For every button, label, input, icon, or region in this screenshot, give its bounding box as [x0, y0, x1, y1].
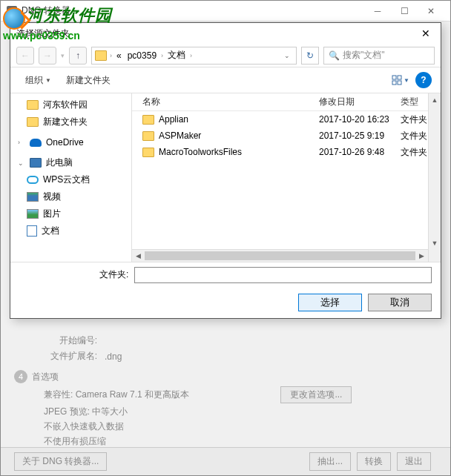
- folder-icon: [95, 50, 107, 61]
- tree-item-thispc[interactable]: ⌄此电脑: [10, 154, 131, 171]
- file-date: 2017-10-25 9:19: [319, 130, 401, 141]
- folder-icon: [142, 148, 154, 157]
- svg-rect-3: [398, 81, 401, 85]
- extract-button[interactable]: 抽出...: [309, 452, 351, 471]
- nav-tree: 河东软件园 新建文件夹 ›OneDrive ⌄此电脑 WPS云文档 视频 图片 …: [10, 93, 132, 262]
- file-date: 2017-10-20 16:23: [319, 114, 401, 125]
- scroll-right-icon[interactable]: ▶: [415, 250, 428, 262]
- dialog-buttons: 选择 取消: [10, 287, 441, 318]
- tree-item-onedrive[interactable]: ›OneDrive: [10, 135, 131, 150]
- select-button[interactable]: 选择: [298, 294, 362, 311]
- svg-rect-2: [392, 81, 396, 85]
- preferences-heading: 首选项: [32, 371, 59, 383]
- search-icon: 🔍: [329, 50, 340, 61]
- expand-icon[interactable]: ›: [18, 139, 25, 146]
- video-icon: [27, 192, 39, 202]
- tree-label: OneDrive: [46, 137, 84, 148]
- tree-item[interactable]: 图片: [10, 205, 131, 222]
- chevron-down-icon: ▼: [45, 77, 51, 84]
- breadcrumb-item[interactable]: 文档: [166, 49, 187, 62]
- ext-label: 文件扩展名:: [38, 350, 105, 363]
- scroll-down-icon[interactable]: ▼: [429, 237, 441, 249]
- breadcrumb[interactable]: › « pc0359 › 文档 › ⌄: [91, 47, 297, 65]
- file-list: 名称 修改日期 类型 Applian 2017-10-20 16:23 文件夹 …: [132, 93, 441, 262]
- pc-icon: [30, 158, 42, 168]
- up-button[interactable]: ↑: [69, 47, 87, 65]
- maximize-button[interactable]: ☐: [391, 2, 418, 20]
- list-item[interactable]: ASPMaker 2017-10-25 9:19 文件夹: [132, 128, 441, 144]
- pref-line: 不使用有损压缩: [44, 435, 435, 448]
- chevron-right-icon: ›: [161, 52, 163, 59]
- folder-name-input[interactable]: [134, 267, 432, 283]
- compat-value: Camera Raw 7.1 和更高版本: [76, 389, 189, 400]
- watermark-text: 河东软件园: [27, 6, 112, 24]
- ext-value: .dng: [105, 351, 122, 362]
- search-placeholder: 搜索"文档": [343, 49, 385, 62]
- step-4-bullet: 4: [14, 370, 27, 383]
- tree-label: 河东软件园: [43, 99, 88, 111]
- list-header: 名称 修改日期 类型: [132, 93, 441, 111]
- jpeg-value: 中等大小: [92, 406, 128, 417]
- horizontal-scrollbar[interactable]: ◀ ▶: [132, 249, 428, 262]
- breadcrumb-dropdown[interactable]: ⌄: [281, 52, 293, 59]
- list-item[interactable]: MacroToolworksFiles 2017-10-26 9:48 文件夹: [132, 144, 441, 160]
- chevron-right-icon: ›: [190, 52, 192, 59]
- file-name: ASPMaker: [159, 130, 201, 141]
- tree-item[interactable]: 河东软件园: [10, 96, 131, 113]
- close-button[interactable]: ✕: [418, 2, 444, 20]
- tree-label: 此电脑: [46, 156, 73, 169]
- pref-line: 不嵌入快速载入数据: [44, 420, 435, 433]
- about-button[interactable]: 关于 DNG 转换器...: [14, 452, 107, 471]
- jpeg-label: JPEG 预览:: [44, 406, 90, 417]
- dialog-close-button[interactable]: ✕: [411, 23, 441, 44]
- col-name[interactable]: 名称: [132, 96, 319, 108]
- back-button[interactable]: ←: [16, 47, 34, 65]
- vertical-scrollbar[interactable]: ▲ ▼: [428, 93, 441, 262]
- folder-icon: [142, 115, 154, 125]
- watermark-url: www.pc0359.cn: [3, 30, 112, 42]
- col-date[interactable]: 修改日期: [319, 96, 401, 108]
- folder-icon: [27, 117, 39, 127]
- watermark-logo: 河东软件园 www.pc0359.cn: [3, 4, 112, 42]
- file-date: 2017-10-26 9:48: [319, 147, 401, 157]
- toolbar: 组织 ▼ 新建文件夹 ▼ ?: [10, 67, 441, 93]
- svg-rect-0: [392, 76, 396, 79]
- breadcrumb-item[interactable]: «: [115, 50, 123, 61]
- collapse-icon[interactable]: ⌄: [18, 159, 25, 167]
- breadcrumb-item[interactable]: pc0359: [126, 50, 158, 61]
- onedrive-icon: [30, 139, 42, 147]
- scroll-up-icon[interactable]: ▲: [429, 93, 441, 106]
- refresh-button[interactable]: ↻: [301, 47, 319, 65]
- organize-button[interactable]: 组织 ▼: [19, 72, 57, 89]
- tree-label: 文档: [42, 225, 59, 237]
- help-button[interactable]: ?: [415, 72, 432, 88]
- new-folder-button[interactable]: 新建文件夹: [60, 72, 116, 89]
- tree-item[interactable]: 新建文件夹: [10, 113, 131, 130]
- view-mode-button[interactable]: ▼: [389, 72, 412, 88]
- change-preferences-button[interactable]: 更改首选项...: [280, 386, 352, 403]
- convert-button[interactable]: 转换: [357, 452, 391, 471]
- folder-label: 文件夹:: [99, 268, 128, 281]
- svg-rect-1: [398, 76, 401, 79]
- tree-label: 图片: [43, 208, 61, 220]
- new-folder-label: 新建文件夹: [66, 74, 111, 87]
- minimize-button[interactable]: ─: [364, 2, 391, 20]
- tree-item[interactable]: WPS云文档: [10, 171, 131, 188]
- folder-picker-dialog: 选择源文件夹 ✕ ← → ▾ ↑ › « pc0359 › 文档 › ⌄ ↻ 🔍…: [10, 22, 441, 319]
- tree-item[interactable]: 视频: [10, 188, 131, 205]
- scroll-left-icon[interactable]: ◀: [132, 250, 145, 262]
- chevron-right-icon: ›: [110, 52, 112, 59]
- forward-button[interactable]: →: [39, 47, 56, 65]
- tree-label: 新建文件夹: [43, 116, 88, 128]
- file-name: MacroToolworksFiles: [159, 147, 242, 157]
- tree-item[interactable]: 文档: [10, 222, 131, 239]
- tree-label: 视频: [43, 191, 61, 203]
- cancel-button[interactable]: 取消: [368, 294, 432, 311]
- search-input[interactable]: 🔍 搜索"文档": [323, 47, 435, 65]
- cloud-icon: [27, 176, 39, 184]
- documents-icon: [27, 225, 37, 237]
- exit-button[interactable]: 退出: [397, 452, 431, 471]
- tree-label: WPS云文档: [43, 173, 90, 186]
- list-item[interactable]: Applian 2017-10-20 16:23 文件夹: [132, 111, 441, 128]
- scroll-thumb[interactable]: [145, 251, 415, 260]
